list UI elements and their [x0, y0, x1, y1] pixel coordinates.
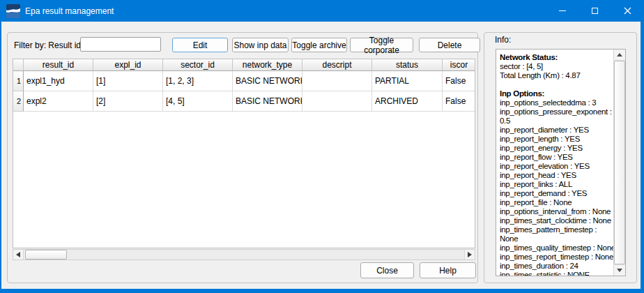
table-cell[interactable] [302, 91, 372, 112]
window-title: Epa result management [25, 6, 114, 16]
table-cell[interactable]: expl1_hyd [24, 71, 93, 91]
info-line: inp_times_statistic : NONE [500, 271, 612, 276]
vertical-scrollbar-thumb[interactable] [614, 61, 625, 264]
table-header-row: result_idexpl_idsector_idnetwork_typedes… [13, 59, 475, 71]
info-line: inp_times_report_timestep : None [500, 253, 612, 262]
arrow-down-icon [617, 269, 622, 272]
info-line: inp_options_selecteddma : 3 [500, 98, 612, 107]
help-button[interactable]: Help [420, 262, 476, 278]
scroll-down-button[interactable] [614, 264, 625, 276]
minimize-button[interactable] [546, 0, 578, 22]
info-line: inp_times_start_clocktime : None [500, 216, 612, 225]
info-vertical-scrollbar[interactable] [613, 50, 625, 276]
info-line: inp_report_elevation : YES [500, 162, 612, 171]
info-line: inp_report_file : None [500, 198, 612, 207]
column-header-sector_id[interactable]: sector_id [163, 59, 233, 71]
show-inp-data-button[interactable]: Show inp data [232, 38, 289, 52]
info-content: Network Status:sector : [4, 5]Total Leng… [496, 50, 613, 276]
table-cell[interactable]: [4, 5] [163, 91, 233, 112]
info-line: inp_report_length : YES [500, 135, 612, 144]
info-line: inp_times_duration : 24 [500, 262, 612, 271]
toggle-corporate-button[interactable]: Toggle corporate [350, 38, 413, 52]
row-header[interactable]: 1 [13, 71, 24, 91]
info-line: inp_options_interval_from : None [500, 207, 612, 216]
column-header-status[interactable]: status [372, 59, 443, 71]
maximize-icon [592, 8, 598, 14]
scroll-right-button[interactable] [464, 250, 475, 260]
scroll-left-button[interactable] [13, 250, 24, 260]
column-header-descript[interactable]: descript [302, 59, 372, 71]
edit-button[interactable]: Edit [172, 38, 228, 52]
info-line: Inp Options: [500, 89, 612, 98]
table-cell[interactable]: BASIC NETWORK [233, 91, 302, 112]
column-header-network_type[interactable]: network_type [233, 59, 302, 71]
maximize-button[interactable] [578, 0, 611, 22]
delete-button[interactable]: Delete [419, 38, 480, 52]
info-line: Total Length (Km) : 4.87 [500, 71, 612, 80]
info-line: inp_times_quality_timestep : None [500, 243, 612, 253]
window-controls [546, 0, 644, 22]
table-cell[interactable] [302, 71, 372, 91]
info-textarea[interactable]: Network Status:sector : [4, 5]Total Leng… [496, 49, 626, 276]
minimize-icon [559, 10, 566, 11]
table-cell[interactable]: False [443, 91, 475, 112]
app-icon[interactable] [6, 4, 20, 18]
info-line: inp_report_energy : YES [500, 144, 612, 153]
results-table: result_idexpl_idsector_idnetwork_typedes… [13, 59, 475, 248]
table-cell[interactable]: expl2 [24, 91, 93, 112]
info-line: inp_report_flow : YES [500, 153, 612, 162]
column-header-iscor[interactable]: iscor [443, 59, 475, 71]
info-line: Network Status: [500, 53, 612, 62]
info-line: inp_report_demand : YES [500, 189, 612, 198]
info-line: inp_report_diameter : YES [500, 126, 612, 135]
table-cell[interactable]: PARTIAL [372, 71, 443, 91]
table-cell[interactable]: ARCHIVED [372, 91, 443, 112]
table-corner-cell[interactable] [13, 59, 24, 71]
column-header-result_id[interactable]: result_id [24, 59, 93, 71]
column-header-expl_id[interactable]: expl_id [93, 59, 163, 71]
table-horizontal-scrollbar[interactable] [13, 249, 475, 260]
info-line: None [500, 234, 612, 243]
epa-result-management-window: Epa result management Filter by: Result … [0, 0, 644, 293]
info-line: inp_report_links : ALL [500, 180, 612, 189]
close-icon [624, 7, 631, 15]
close-dialog-button[interactable]: Close [360, 262, 414, 278]
table-row[interactable]: 2expl2[2][4, 5]BASIC NETWORKARCHIVEDFals… [13, 91, 475, 112]
info-line: inp_times_pattern_timestep : [500, 225, 612, 234]
info-line: 0.5 [500, 117, 612, 126]
titlebar[interactable]: Epa result management [0, 0, 644, 22]
table-row[interactable]: 1expl1_hyd[1][1, 2, 3]BASIC NETWORKPARTI… [13, 71, 475, 91]
table-cell[interactable]: [1, 2, 3] [163, 71, 233, 91]
table-cell[interactable]: [2] [93, 91, 163, 112]
filter-input[interactable] [80, 37, 161, 52]
row-header[interactable]: 2 [13, 91, 24, 112]
filter-label: Filter by: Result id [14, 38, 81, 52]
dialog-client-area: Filter by: Result id Edit Show inp data … [1, 22, 641, 289]
scroll-up-button[interactable] [614, 50, 625, 61]
table-body: 1expl1_hyd[1][1, 2, 3]BASIC NETWORKPARTI… [13, 71, 475, 112]
arrow-left-icon [16, 252, 20, 257]
arrow-right-icon [468, 252, 472, 257]
table-cell[interactable]: [1] [93, 71, 163, 91]
table-cell[interactable]: BASIC NETWORK [233, 71, 302, 91]
info-line: inp_report_head : YES [500, 171, 612, 180]
close-button[interactable] [611, 0, 644, 22]
arrow-up-icon [617, 53, 622, 57]
table-cell[interactable]: False [443, 71, 475, 91]
horizontal-scrollbar-thumb[interactable] [25, 250, 67, 260]
toggle-archive-button[interactable]: Toggle archive [291, 38, 347, 52]
info-label: Info: [495, 35, 511, 45]
info-line: sector : [4, 5] [500, 62, 612, 71]
info-line [500, 80, 612, 89]
info-line: inp_options_pressure_exponent : [500, 107, 612, 117]
